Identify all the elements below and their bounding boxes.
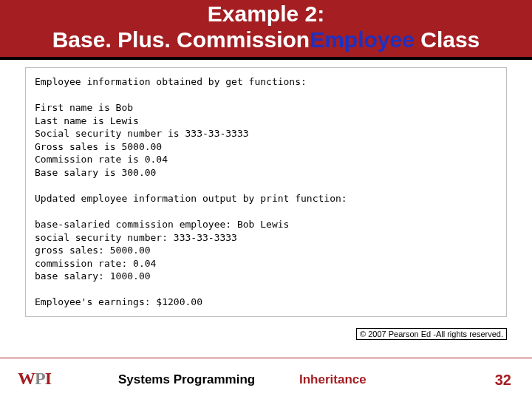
output-heading-3: Employee's earnings: $1200.00 [35, 296, 202, 307]
output-line: Social security number is 333-33-3333 [35, 128, 249, 139]
output-line: social security number: 333-33-3333 [35, 232, 237, 243]
footer: WPI Systems Programming Inheritance 32 [0, 358, 532, 399]
output-line: gross sales: 5000.00 [35, 245, 151, 256]
output-line: base salary: 1000.00 [35, 270, 151, 282]
footer-center: Inheritance [299, 372, 366, 387]
output-line: Gross sales is 5000.00 [35, 141, 162, 152]
slide: Example 2: Base. Plus. CommissionEmploye… [0, 0, 532, 399]
slide-title: Example 2: Base. Plus. CommissionEmploye… [0, 1, 532, 52]
output-line: Last name is Lewis [35, 115, 139, 126]
wpi-logo: WPI [18, 369, 51, 389]
title-line-2: Base. Plus. CommissionEmployee Class [0, 27, 532, 53]
copyright-notice: © 2007 Pearson Ed -All rights reserved. [356, 328, 507, 340]
output-heading-2: Updated employee information output by p… [35, 193, 347, 204]
title-line-1: Example 2: [0, 1, 532, 27]
output-line: First name is Bob [35, 102, 133, 113]
program-output: Employee information obtained by get fun… [25, 67, 507, 317]
output-line: Commission rate is 0.04 [35, 154, 168, 165]
footer-left: Systems Programming [118, 372, 255, 387]
output-line: Base salary is 300.00 [35, 167, 156, 178]
output-heading-1: Employee information obtained by get fun… [35, 76, 307, 87]
output-line: commission rate: 0.04 [35, 258, 156, 269]
page-number: 32 [495, 372, 511, 389]
title-band: Example 2: Base. Plus. CommissionEmploye… [0, 0, 532, 60]
output-line: base-salaried commission employee: Bob L… [35, 219, 289, 230]
